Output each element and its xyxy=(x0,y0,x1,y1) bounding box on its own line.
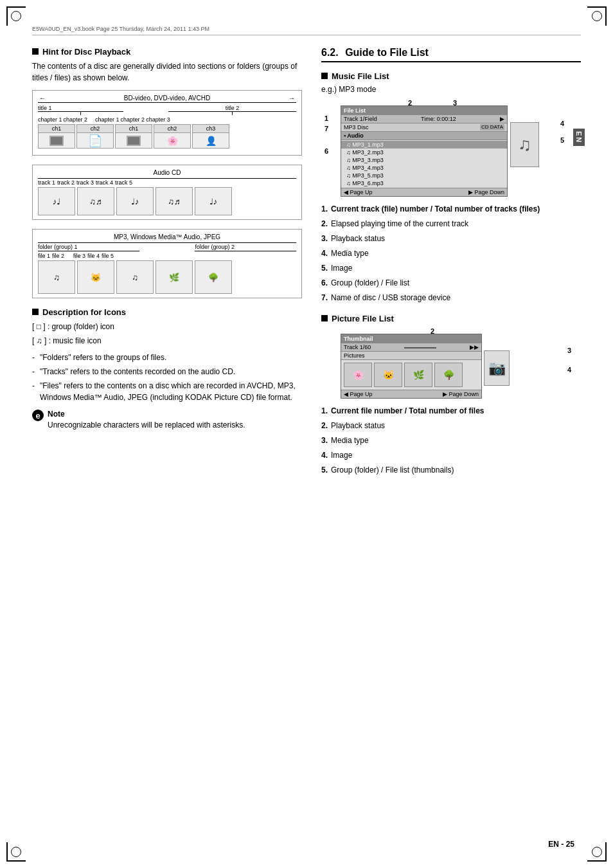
mfl-file-5: ♫ MP3_6.mp3 xyxy=(341,179,507,187)
mfl-file-1: ♫ MP3_2.mp3 xyxy=(341,149,507,156)
annot-4: 4 xyxy=(560,120,564,127)
pfl-thumb-3: 🌳 xyxy=(434,363,463,387)
audio-track-0: ♪♩ xyxy=(38,187,75,215)
track-name-2: track 3 xyxy=(76,179,94,186)
desc-list: "Folders" refers to the groups of files.… xyxy=(32,352,302,403)
main-content: Hint for Disc Playback The contents of a… xyxy=(32,47,581,486)
desc-item-0: "Folders" refers to the groups of files. xyxy=(32,352,302,363)
track-name-4: track 5 xyxy=(115,179,132,186)
track-box-3: ch2 🌸 xyxy=(154,124,191,149)
p-annot-3: 3 xyxy=(567,347,571,354)
track-box-4: ch3 👤 xyxy=(192,124,229,149)
annot-5: 5 xyxy=(560,136,564,144)
annot-6: 6 xyxy=(324,147,328,155)
desc-heading: Description for Icons xyxy=(32,307,302,317)
pfl-thumb-2: 🌿 xyxy=(404,363,432,387)
pfl-header: Thumbnail xyxy=(341,334,481,343)
audio-track-4: ♩♪ xyxy=(195,187,232,215)
hint-intro: The contents of a disc are generally div… xyxy=(32,60,302,84)
chapter-label-0: chapter 1 xyxy=(38,116,62,123)
picture-list-item-4: 5. Group (folder) / File list (thumbnail… xyxy=(321,464,581,476)
section-title: 6.2. Guide to File List xyxy=(321,47,581,62)
music-diagram-wrapper: 2 3 1 7 4 5 6 File List Track 1/Field Ti… xyxy=(341,99,581,197)
mfl-audio-header: ▪ Audio xyxy=(341,132,507,140)
picture-diagram-wrapper: 1 2 5 3 4 Thumbnail Track 1/60 ▶▶ Pictur… xyxy=(341,327,581,399)
audio-track-2: ♩♪ xyxy=(116,187,154,215)
bullet-square-music xyxy=(321,73,328,79)
mfl-header: File List xyxy=(341,106,507,115)
chapter-label-2: chapter 1 xyxy=(95,116,120,123)
page-number: EN - 25 xyxy=(548,840,574,849)
music-numbered-list: 1. Current track (file) number / Total n… xyxy=(321,203,581,303)
picture-list-item-3: 4. Image xyxy=(321,449,581,461)
title2-label: title 2 xyxy=(226,105,240,111)
bd-label: BD-video, DVD-video, AVCHD xyxy=(124,95,210,102)
pfl-thumb-0: 🌸 xyxy=(344,363,372,387)
audio-cd-label: Audio CD xyxy=(38,169,296,176)
bullet-square-picture xyxy=(321,315,328,321)
desc-item-1: "Tracks" refers to the contents recorded… xyxy=(32,366,302,377)
audio-track-3: ♫♬ xyxy=(155,187,193,215)
track-box-2: ch1 xyxy=(115,124,152,149)
pfl-footer: ◀ Page Up ▶ Page Down xyxy=(341,390,481,398)
mfl-file-2: ♫ MP3_3.mp3 xyxy=(341,156,507,164)
header-line: E5WA0UD_EN_v3.book Page 25 Thursday, Mar… xyxy=(32,26,581,35)
pfl-row1: Track 1/60 ▶▶ xyxy=(341,343,481,352)
desc-item-2: "Files" refers to the contents on a disc… xyxy=(32,380,302,403)
mfl-file-3: ♫ MP3_4.mp3 xyxy=(341,164,507,172)
note-label: Note xyxy=(48,410,245,419)
note-icon: e xyxy=(32,410,44,421)
music-list-heading: Music File List xyxy=(321,71,581,81)
progress-bar xyxy=(404,347,436,354)
chapter-label-4: chapter 3 xyxy=(146,116,170,123)
mp3-label: MP3, Windows Media™ Audio, JPEG xyxy=(38,233,296,240)
mfl-row1: Track 1/Field Time: 0:00:12 ▶ xyxy=(341,115,507,123)
mfl-files: ♫ MP3_1.mp3 ♫ MP3_2.mp3 ♫ MP3_3.mp3 ♫ MP… xyxy=(341,140,507,188)
file-box-2: ♫ xyxy=(116,260,154,294)
file-box-4: 🌳 xyxy=(195,260,232,294)
picture-list-heading: Picture File List xyxy=(321,314,581,323)
p-annot-4: 4 xyxy=(567,366,571,374)
disc-diagram-audio: Audio CD track 1 track 2 track 3 track 4 xyxy=(32,165,302,220)
music-list-item-5: 6. Group (folder) / File list xyxy=(321,277,581,289)
film-icon-0 xyxy=(49,136,64,146)
music-note-panel: ♫ xyxy=(510,122,539,167)
page: E5WA0UD_EN_v3.book Page 25 Thursday, Mar… xyxy=(0,0,613,868)
music-list-item-0: 1. Current track (file) number / Total n… xyxy=(321,203,581,215)
pfl-thumb-area: 🌸 🐱 🌿 🌳 xyxy=(341,360,481,390)
music-list-item-4: 5. Image xyxy=(321,262,581,274)
bd-label-right-arrow: → xyxy=(289,95,295,102)
track-box-0: ch1 xyxy=(38,124,75,149)
note-content: Note Unrecognizable characters will be r… xyxy=(48,410,245,429)
disc-diagram-mp3: MP3, Windows Media™ Audio, JPEG folder (… xyxy=(32,229,302,298)
music-list-item-1: 2. Elapsed playing time of the current t… xyxy=(321,218,581,230)
disc-diagram-bd: ← BD-video, DVD-video, AVCHD → title 1 xyxy=(32,90,302,156)
mfl-row2: MP3 Disc CD DATA xyxy=(341,123,507,132)
bullet-square xyxy=(32,48,39,55)
file-box-3: 🌿 xyxy=(155,260,193,294)
note-text: Unrecognizable characters will be replac… xyxy=(48,420,245,429)
folder2-label: folder (group) 2 xyxy=(195,244,235,250)
folder1-label: folder (group) 1 xyxy=(38,244,78,250)
left-column: Hint for Disc Playback The contents of a… xyxy=(32,47,302,486)
track-box-1: ch2 📄 xyxy=(76,124,114,149)
audio-track-1: ♫♬ xyxy=(77,187,114,215)
file-label-3: file 4 xyxy=(87,253,100,259)
track-name-0: track 1 xyxy=(38,179,55,186)
mfl-file-4: ♫ MP3_5.mp3 xyxy=(341,172,507,179)
music-file-list-diagram: File List Track 1/Field Time: 0:00:12 ▶ … xyxy=(341,105,508,197)
bd-label-left-arrow: ← xyxy=(39,95,46,102)
example-text: e.g.) MP3 mode xyxy=(321,85,581,94)
chapter-label-3: chapter 2 xyxy=(121,116,145,123)
chapter-label-1: chapter 2 xyxy=(64,116,88,123)
music-list-item-3: 4. Media type xyxy=(321,248,581,259)
note-box: e Note Unrecognizable characters will be… xyxy=(32,410,302,429)
picture-file-list-diagram: Thumbnail Track 1/60 ▶▶ Pictures 🌸 🐱 🌿 🌳 xyxy=(341,334,482,399)
picture-list-item-2: 3. Media type xyxy=(321,435,581,446)
annot-7: 7 xyxy=(324,125,328,132)
mfl-file-0: ♫ MP3_1.mp3 xyxy=(341,141,507,149)
picture-list-item-0: 1. Current file number / Total number of… xyxy=(321,405,581,417)
music-list-item-6: 7. Name of disc / USB storage device xyxy=(321,292,581,303)
icon-music-text: [ ♫ ] : music file icon xyxy=(32,335,302,347)
picture-right-panel: 📷 xyxy=(484,350,510,386)
